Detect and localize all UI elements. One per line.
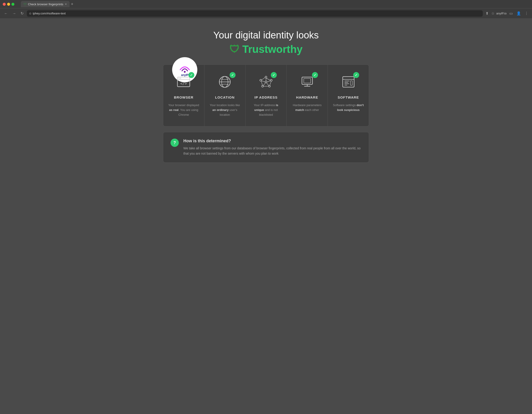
nav-right: ⬆ ☆ anyIP.io ▭ 👤 ⋮ <box>484 10 529 17</box>
browser-card: </> ✓ BROWSER Your browser displayed as … <box>163 65 204 126</box>
svg-line-24 <box>263 83 266 86</box>
menu-icon[interactable]: ⋮ <box>524 10 529 17</box>
title-bar: 🛡 Check browser fingerprints ✕ + <box>0 0 532 8</box>
url-text: iphey.com/#software-text <box>33 12 66 15</box>
traffic-lights <box>3 3 14 6</box>
svg-line-16 <box>266 78 271 81</box>
active-tab[interactable]: 🛡 Check browser fingerprints ✕ <box>21 1 70 7</box>
cards-container: </> ✓ BROWSER Your browser displayed as … <box>163 64 369 127</box>
svg-line-23 <box>266 83 269 86</box>
hero-status: 🛡 Trustworthy <box>163 43 369 55</box>
svg-line-22 <box>267 81 271 82</box>
tab-bar: 🛡 Check browser fingerprints ✕ + <box>21 1 529 7</box>
profile-icon[interactable]: 👤 <box>515 10 522 17</box>
browser-card-desc: Your browser displayed as real. You are … <box>168 103 200 117</box>
ip-card-desc: Your IP-address is unique and is not bla… <box>250 103 282 117</box>
status-text: Trustworthy <box>242 43 302 55</box>
ip-check-badge: ✓ <box>271 72 277 78</box>
svg-point-15 <box>265 81 267 83</box>
maximize-button[interactable] <box>11 3 14 6</box>
svg-line-25 <box>261 81 265 82</box>
shield-icon: 🛡 <box>24 2 27 6</box>
tab-close-button[interactable]: ✕ <box>65 3 67 6</box>
hardware-check-badge: ✓ <box>312 72 318 78</box>
location-card-desc: Your location looks like an ordinary use… <box>209 103 241 117</box>
back-button[interactable]: ← <box>3 10 9 17</box>
svg-point-10 <box>265 76 267 78</box>
svg-text:</>: </> <box>180 82 187 86</box>
refresh-button[interactable]: ↻ <box>19 10 25 17</box>
svg-point-11 <box>270 79 272 81</box>
close-button[interactable] <box>3 3 6 6</box>
svg-rect-35 <box>344 85 347 85</box>
svg-rect-36 <box>351 81 352 85</box>
software-check-badge: ✓ <box>353 72 359 78</box>
info-icon: ? <box>171 139 179 147</box>
address-bar[interactable]: ⊙ iphey.com/#software-text <box>27 10 483 17</box>
svg-point-14 <box>260 79 262 81</box>
browser-icon-wrap: </> ✓ <box>176 74 192 90</box>
software-card: ✓ SOFTWARE Software settings don't look … <box>328 65 369 126</box>
security-icon: ⊙ <box>29 12 31 15</box>
ip-card: ✓ IP ADDRESS Your IP-address is unique a… <box>246 65 287 126</box>
browser-chrome: 🛡 Check browser fingerprints ✕ + ← → ↻ ⊙… <box>0 0 532 18</box>
hardware-card-title: HARDWARE <box>296 95 318 99</box>
software-icon-wrap: ✓ <box>340 74 356 90</box>
location-check-badge: ✓ <box>230 72 236 78</box>
hero-section: Your digital identity looks 🛡 Trustworth… <box>163 28 369 55</box>
page-wrapper: anyIP Your digital identity looks 🛡 Trus… <box>163 28 369 163</box>
software-card-desc: Software settings don't look suspicious <box>332 103 364 112</box>
info-box: ? How is this determined? We take all br… <box>163 132 369 163</box>
sidebar-icon[interactable]: ▭ <box>508 10 514 17</box>
ip-icon-wrap: ✓ <box>258 74 274 90</box>
hardware-card: ✓ HARDWARE Hardware parameters match eac… <box>287 65 328 126</box>
svg-rect-26 <box>302 77 313 84</box>
hardware-icon-wrap: ✓ <box>299 74 315 90</box>
hardware-card-desc: Hardware parameters match each other <box>291 103 323 112</box>
page-content: anyIP Your digital identity looks 🛡 Trus… <box>0 18 532 414</box>
tab-title: Check browser fingerprints <box>28 2 63 6</box>
svg-rect-34 <box>344 83 349 84</box>
nav-bar: ← → ↻ ⊙ iphey.com/#software-text ⬆ ☆ any… <box>0 8 532 18</box>
info-content: How is this determined? We take all brow… <box>183 139 361 156</box>
svg-point-5 <box>180 78 181 79</box>
svg-line-20 <box>261 77 265 80</box>
software-card-title: SOFTWARE <box>338 95 359 99</box>
forward-button[interactable]: → <box>11 10 17 17</box>
new-tab-button[interactable]: + <box>71 2 74 7</box>
status-shield-icon: 🛡 <box>229 44 239 55</box>
ip-card-title: IP ADDRESS <box>255 95 278 99</box>
svg-rect-32 <box>344 81 350 81</box>
location-icon-wrap: ✓ <box>217 74 233 90</box>
location-card-title: LOCATION <box>215 95 235 99</box>
svg-line-19 <box>261 81 263 85</box>
minimize-button[interactable] <box>7 3 10 6</box>
info-title: How is this determined? <box>183 139 361 143</box>
share-icon[interactable]: ⬆ <box>484 10 489 17</box>
location-card: ✓ LOCATION Your location looks like an o… <box>204 65 246 126</box>
bookmark-icon[interactable]: ☆ <box>491 11 494 16</box>
svg-rect-33 <box>344 82 348 83</box>
browser-card-title: BROWSER <box>174 95 193 99</box>
svg-line-17 <box>270 81 271 85</box>
svg-point-0 <box>184 71 186 73</box>
hero-title: Your digital identity looks <box>163 30 369 41</box>
bookmark-label: anyIP.io <box>496 12 507 15</box>
info-text: We take all browser settings from our da… <box>183 146 361 156</box>
svg-rect-27 <box>304 78 311 83</box>
svg-point-4 <box>179 78 180 79</box>
